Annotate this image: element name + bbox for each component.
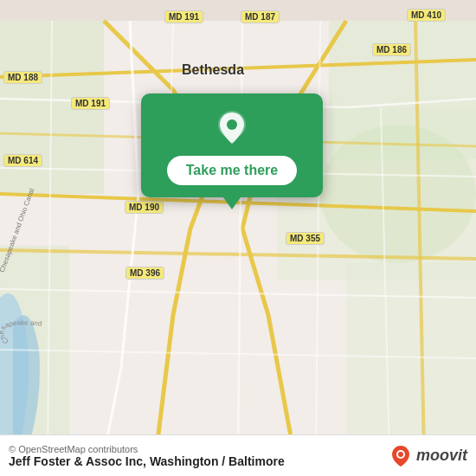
location-pin-icon <box>213 109 251 147</box>
map-container: Chesapeake and Ohio Canal Chesapeake and… <box>0 0 476 476</box>
svg-point-11 <box>398 452 403 457</box>
road-label-md186: MD 186 <box>372 43 411 56</box>
road-label-md396: MD 396 <box>125 267 164 280</box>
osm-attribution: © OpenStreetMap contributors <box>9 444 285 454</box>
road-label-md355: MD 355 <box>286 232 325 245</box>
road-label-md191-top: MD 191 <box>164 10 203 23</box>
road-label-md614: MD 614 <box>3 154 42 167</box>
road-label-md187: MD 187 <box>241 10 280 23</box>
take-me-there-button[interactable]: Take me there <box>167 156 297 185</box>
bottom-bar: © OpenStreetMap contributors Jeff Foster… <box>0 434 476 476</box>
road-label-md190: MD 190 <box>125 201 164 214</box>
moovit-pin-icon <box>389 444 413 468</box>
road-label-md188: MD 188 <box>3 71 42 84</box>
city-label: Bethesda <box>182 62 244 78</box>
bottom-left-info: © OpenStreetMap contributors Jeff Foster… <box>9 444 285 468</box>
road-label-md191-mid: MD 191 <box>71 97 110 110</box>
moovit-brand-text: moovit <box>416 447 467 465</box>
road-label-md410: MD 410 <box>407 9 446 22</box>
moovit-logo: moovit <box>389 444 467 468</box>
popup-card: Take me there <box>141 93 323 197</box>
svg-point-9 <box>227 119 237 130</box>
business-name: Jeff Foster & Assoc Inc, Washington / Ba… <box>9 454 285 468</box>
